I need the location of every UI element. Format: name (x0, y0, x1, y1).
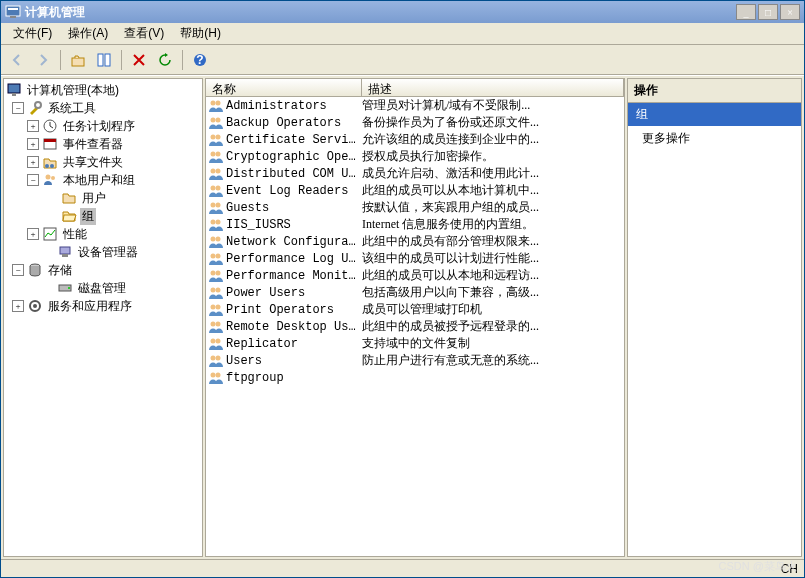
svg-point-39 (216, 202, 221, 207)
refresh-button[interactable] (153, 48, 177, 72)
window-title: 计算机管理 (25, 4, 736, 21)
back-button (5, 48, 29, 72)
tree-disk-management[interactable]: 磁盘管理 (6, 279, 200, 297)
svg-point-38 (211, 202, 216, 207)
tree-root[interactable]: 计算机管理(本地) (6, 81, 200, 99)
tree-performance[interactable]: + 性能 (6, 225, 200, 243)
help-button[interactable]: ? (188, 48, 212, 72)
svg-point-34 (211, 168, 216, 173)
arrow-left-icon (9, 52, 25, 68)
row-desc: 按默认值，来宾跟用户组的成员... (362, 199, 624, 216)
list-header: 名称 描述 (206, 79, 624, 97)
list-row[interactable]: Print Operators成员可以管理域打印机 (206, 301, 624, 318)
svg-point-37 (216, 185, 221, 190)
svg-point-59 (216, 372, 221, 377)
delete-button[interactable] (127, 48, 151, 72)
menu-file[interactable]: 文件(F) (5, 23, 60, 44)
list-row[interactable]: ftpgroup (206, 369, 624, 386)
svg-point-30 (211, 134, 216, 139)
tree-services-apps[interactable]: + 服务和应用程序 (6, 297, 200, 315)
svg-point-33 (216, 151, 221, 156)
svg-point-44 (211, 253, 216, 258)
row-name: Event Log Readers (226, 184, 348, 198)
separator (182, 50, 183, 70)
list-row[interactable]: Network Configurat...此组中的成员有部分管理权限来... (206, 233, 624, 250)
list-row[interactable]: Performance Log Users该组中的成员可以计划进行性能... (206, 250, 624, 267)
row-name: Guests (226, 201, 269, 215)
group-icon (208, 285, 226, 301)
row-name: Power Users (226, 286, 305, 300)
svg-point-27 (216, 100, 221, 105)
tree-groups[interactable]: 组 (6, 207, 200, 225)
list-row[interactable]: Performance Monito...此组的成员可以从本地和远程访... (206, 267, 624, 284)
svg-rect-5 (105, 54, 110, 66)
svg-rect-19 (60, 247, 70, 254)
group-icon (208, 98, 226, 114)
svg-point-50 (211, 304, 216, 309)
list-row[interactable]: Users防止用户进行有意或无意的系统... (206, 352, 624, 369)
list-row[interactable]: Backup Operators备份操作员为了备份或还原文件... (206, 114, 624, 131)
group-icon (208, 268, 226, 284)
action-more[interactable]: 更多操作 (628, 126, 801, 151)
svg-point-48 (211, 287, 216, 292)
list-row[interactable]: Cryptographic Oper...授权成员执行加密操作。 (206, 148, 624, 165)
menu-help[interactable]: 帮助(H) (172, 23, 229, 44)
maximize-button[interactable]: □ (758, 4, 778, 20)
menu-action[interactable]: 操作(A) (60, 23, 116, 44)
list-row[interactable]: Replicator支持域中的文件复制 (206, 335, 624, 352)
tree-device-manager[interactable]: 设备管理器 (6, 243, 200, 261)
show-hide-button[interactable] (92, 48, 116, 72)
tree-event-viewer[interactable]: + 事件查看器 (6, 135, 200, 153)
minimize-button[interactable]: _ (736, 4, 756, 20)
row-name: Performance Log Users (226, 252, 362, 266)
list-row[interactable]: IIS_IUSRSInternet 信息服务使用的内置组。 (206, 216, 624, 233)
menu-view[interactable]: 查看(V) (116, 23, 172, 44)
tree-task-scheduler[interactable]: + 任务计划程序 (6, 117, 200, 135)
close-button[interactable]: × (780, 4, 800, 20)
col-name[interactable]: 名称 (206, 79, 362, 96)
performance-icon (42, 226, 58, 242)
group-icon (208, 336, 226, 352)
watermark: CSDN @菜鸟火 (719, 559, 797, 574)
list-row[interactable]: Certificate Servic...允许该组的成员连接到企业中的... (206, 131, 624, 148)
list-row[interactable]: Remote Desktop Users此组中的成员被授予远程登录的... (206, 318, 624, 335)
refresh-icon (157, 52, 173, 68)
svg-point-54 (211, 338, 216, 343)
group-icon (208, 370, 226, 386)
list-body[interactable]: Administrators管理员对计算机/域有不受限制...Backup Op… (206, 97, 624, 556)
tree-local-users-groups[interactable]: − 本地用户和组 (6, 171, 200, 189)
row-name: Certificate Servic... (226, 133, 362, 147)
group-icon (208, 149, 226, 165)
row-desc: 成员可以管理域打印机 (362, 301, 624, 318)
up-button[interactable] (66, 48, 90, 72)
statusbar: CH (1, 559, 804, 577)
svg-rect-0 (6, 6, 20, 16)
list-row[interactable]: Power Users包括高级用户以向下兼容，高级... (206, 284, 624, 301)
svg-point-15 (50, 164, 54, 168)
group-icon (208, 132, 226, 148)
clock-icon (42, 118, 58, 134)
event-icon (42, 136, 58, 152)
svg-point-55 (216, 338, 221, 343)
svg-point-36 (211, 185, 216, 190)
svg-rect-2 (10, 16, 16, 18)
row-name: Administrators (226, 99, 327, 113)
svg-rect-9 (12, 93, 16, 96)
separator (60, 50, 61, 70)
tree-storage[interactable]: − 存储 (6, 261, 200, 279)
tree-shared-folders[interactable]: + 共享文件夹 (6, 153, 200, 171)
tree-users[interactable]: 用户 (6, 189, 200, 207)
svg-point-25 (33, 304, 37, 308)
group-icon (208, 353, 226, 369)
svg-point-56 (211, 355, 216, 360)
list-row[interactable]: Distributed COM Users成员允许启动、激活和使用此计... (206, 165, 624, 182)
tree-system-tools[interactable]: − 系统工具 (6, 99, 200, 117)
list-row[interactable]: Guests按默认值，来宾跟用户组的成员... (206, 199, 624, 216)
col-desc[interactable]: 描述 (362, 79, 624, 96)
svg-point-32 (211, 151, 216, 156)
list-row[interactable]: Event Log Readers此组的成员可以从本地计算机中... (206, 182, 624, 199)
actions-pane: 操作 组 更多操作 (627, 78, 802, 557)
svg-text:?: ? (196, 53, 203, 67)
list-row[interactable]: Administrators管理员对计算机/域有不受限制... (206, 97, 624, 114)
svg-point-45 (216, 253, 221, 258)
